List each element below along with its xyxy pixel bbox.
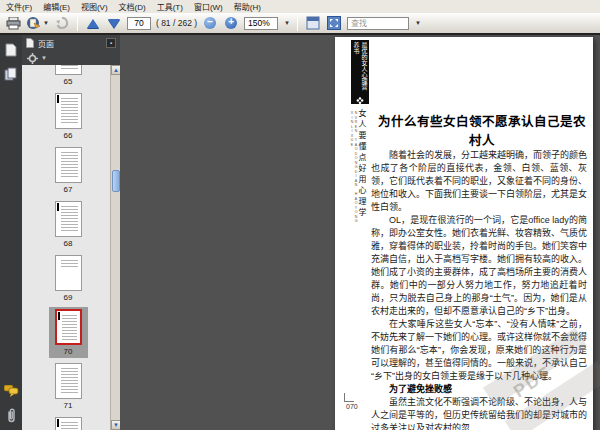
menu-bar: 文件(F) 编辑(E) 视图(V) 文档(D) 工具(T) 窗口(W) 帮助(H… [0, 0, 600, 13]
page-icon [26, 38, 34, 48]
fullscreen-icon[interactable] [326, 14, 342, 32]
menu-window[interactable]: 窗口(W) [194, 1, 223, 12]
next-page-button[interactable] [106, 14, 122, 32]
section-subheading: 为了避免挫败感 [371, 383, 587, 396]
paragraph: OL，是现在很流行的一个词，它是office lady的简称，即办公室女性。她们… [371, 214, 587, 318]
gear-dropdown-icon[interactable]: ▼ [41, 55, 47, 61]
body-text: 随着社会的发展，分工越来越明确，而领子的颜色也成了各个阶层的直接代表，金领、白领… [371, 149, 587, 430]
toolbar-separator [77, 15, 78, 31]
export-icon[interactable]: ▼ [26, 14, 49, 32]
pdf-reader-window: 文件(F) 编辑(E) 视图(V) 文档(D) 工具(T) 窗口(W) 帮助(H… [0, 0, 600, 430]
page-thumbnail[interactable]: 67 [49, 145, 88, 196]
page-thumbnail[interactable]: 69 [49, 253, 88, 304]
panel-options-button[interactable]: ▪ [106, 38, 116, 48]
page-thumbnail[interactable]: 66 [49, 91, 88, 142]
previous-page-button[interactable] [85, 14, 101, 32]
page-thumbnail-selected[interactable]: 70 [49, 307, 88, 358]
book-banner-text: 最优的女人心理营养书 [352, 42, 368, 95]
zoom-in-button[interactable]: + [223, 14, 239, 32]
page-footer: 070 [344, 393, 358, 410]
menu-edit[interactable]: 编辑(E) [43, 1, 70, 12]
search-dropdown-icon[interactable]: ▼ [415, 20, 421, 26]
pages-panel-header: 页面 ▪ [22, 35, 120, 51]
paragraph: 虽然主流文化不断强调不论阶级、不论出身，人与人之间是平等的，但历史传统留给我们的… [371, 396, 587, 430]
thumbnail-list: 65 66 67 68 [22, 65, 120, 430]
search-input[interactable] [347, 17, 409, 30]
menu-tools[interactable]: 工具(T) [157, 1, 183, 12]
zoom-dropdown-icon[interactable]: ▼ [284, 20, 290, 26]
menu-document[interactable]: 文档(D) [119, 1, 146, 12]
menu-file[interactable]: 文件(F) [6, 1, 32, 12]
zoom-out-button[interactable]: − [202, 14, 218, 32]
chevron-down-icon: ▼ [43, 20, 49, 26]
pages-panel-toolbar: ▼ [22, 51, 120, 65]
paragraph: 在大家唾斥这些女人“忘本”、“没有人情味”之前，不妨先来了解一下她们的心理。或许… [371, 318, 587, 383]
toolbar: ▼ ( 81 / 262 ) − + 150% ▼ [0, 13, 600, 35]
chapter-heading: 为什么有些女白领不愿承认自己是农村人 [377, 111, 587, 149]
toolbar-separator [297, 15, 298, 31]
thumbnail-scrollbar[interactable]: ▲ ▼ [110, 65, 120, 430]
menu-help[interactable]: 帮助(H) [234, 1, 261, 12]
bookmarks-tab-icon[interactable] [2, 65, 20, 83]
document-view[interactable]: 最优的女人心理营养书 NVREN YAODONGDIAN HAOYONG XIN… [120, 35, 600, 430]
page-thumbnail[interactable]: 68 [49, 199, 88, 250]
undo-icon[interactable] [54, 14, 70, 32]
flower-icon [356, 97, 364, 104]
gear-icon[interactable] [27, 53, 38, 64]
scrollbar-thumb[interactable] [112, 170, 120, 192]
scroll-down-button[interactable]: ▼ [111, 420, 120, 430]
series-title-vertical: 女人要懂点好用心理学 [356, 109, 367, 259]
print-icon[interactable] [5, 14, 21, 32]
paragraph: 随着社会的发展，分工越来越明确，而领子的颜色也成了各个阶层的直接代表，金领、白领… [371, 149, 587, 214]
scroll-up-button[interactable]: ▲ [111, 65, 120, 75]
corner-mark [344, 393, 354, 402]
navigation-tab-strip [0, 35, 22, 430]
pages-tab-icon[interactable] [2, 41, 20, 59]
page-layout-icon[interactable] [305, 14, 321, 32]
zoom-level-select[interactable]: 150% [244, 17, 278, 30]
page-thumbnail[interactable] [49, 415, 88, 430]
page-number-input[interactable] [127, 17, 151, 30]
page-thumbnail[interactable]: 71 [49, 361, 88, 412]
menu-view[interactable]: 视图(V) [81, 1, 108, 12]
pages-panel-title: 页面 [38, 38, 54, 49]
book-banner: 最优的女人心理营养书 [351, 40, 369, 104]
page-number: 070 [346, 403, 358, 410]
pages-panel: 页面 ▪ ▼ 65 [22, 35, 120, 430]
page-thumbnail[interactable]: 65 [49, 65, 88, 88]
document-page: 最优的女人心理营养书 NVREN YAODONGDIAN HAOYONG XIN… [335, 37, 593, 430]
page-count-label: ( 81 / 262 ) [156, 18, 197, 28]
comments-tab-icon[interactable] [2, 382, 20, 400]
attachments-tab-icon[interactable] [2, 406, 20, 424]
